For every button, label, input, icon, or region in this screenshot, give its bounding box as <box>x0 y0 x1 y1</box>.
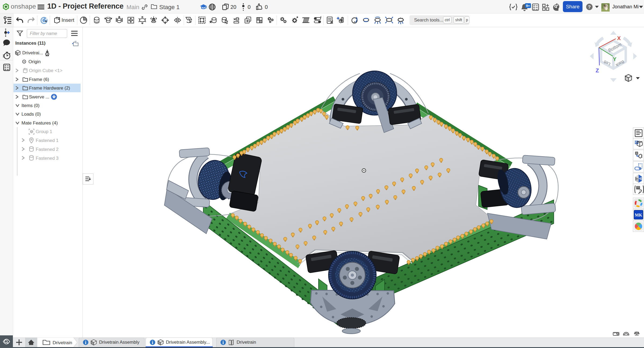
svg-text:MK: MK <box>635 213 642 217</box>
svg-text:Y: Y <box>613 56 617 62</box>
svg-text:Z: Z <box>596 68 599 73</box>
svg-text:Drivetrain: Drivetrain <box>53 340 72 345</box>
svg-text:9+: 9+ <box>526 4 530 8</box>
svg-text:?: ? <box>588 5 591 10</box>
svg-text:X: X <box>617 35 621 41</box>
